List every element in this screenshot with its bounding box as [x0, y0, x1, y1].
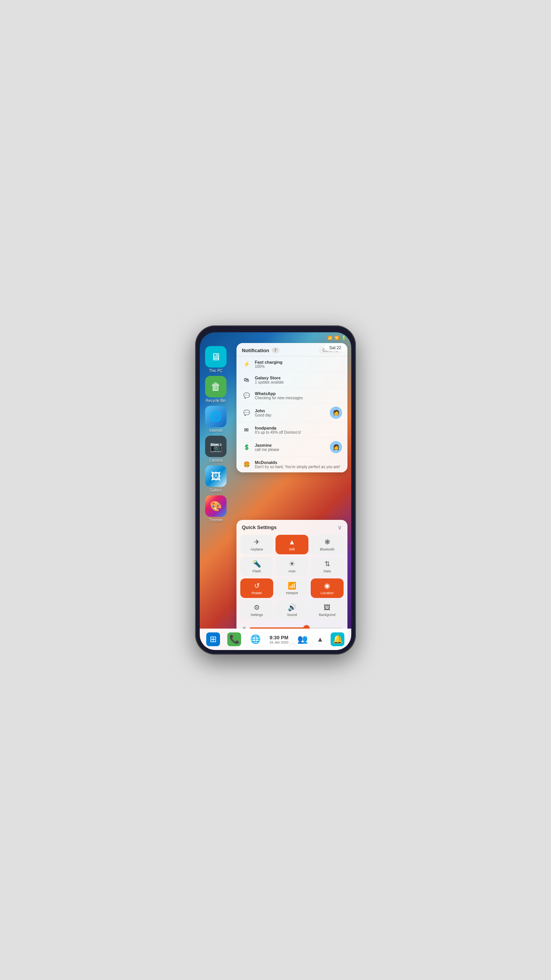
qs-icon-data: ⇅	[324, 560, 330, 568]
notif-message-3: Good day	[255, 413, 326, 417]
notif-content-3: John Good day	[255, 408, 326, 417]
quick-settings-title: Quick Settings	[242, 524, 277, 530]
qs-label-flash: Flash	[253, 569, 261, 573]
qs-label-settings: Settings	[251, 613, 263, 617]
windows-button[interactable]: ⊞	[206, 632, 220, 646]
taskbar: ⊞📞🌐 9:30 PM 15 Jan 2020 👥▲🔔	[200, 629, 351, 650]
quick-settings-grid: ✈ Airplane ▲ Wifi ❋ Bluetooth 🔦 Flash ☀ …	[240, 535, 344, 620]
qs-btn-airplane[interactable]: ✈ Airplane	[240, 535, 273, 554]
notif-app-name-0: Fast charging	[255, 360, 342, 364]
notification-item-1[interactable]: 🛍 Galaxy Store 1 update availale	[236, 372, 347, 388]
taskbar-items: ⊞📞🌐 9:30 PM 15 Jan 2020 👥▲🔔	[203, 632, 348, 646]
signal-icon: 📶	[328, 336, 332, 340]
up-arrow-button[interactable]: ▲	[317, 635, 324, 644]
notif-content-5: Jasmine call me please	[255, 443, 326, 452]
notif-message-6: Don't try so hard, You're simply perfect…	[255, 465, 342, 469]
notification-title: Notification	[242, 348, 269, 353]
bell-button[interactable]: 🔔	[331, 632, 344, 646]
qs-icon-location: ◉	[324, 581, 330, 590]
notification-item-5[interactable]: 💲 Jasmine call me please 👩	[236, 438, 347, 457]
qs-label-bluetooth: Bluetooth	[320, 547, 334, 551]
notification-panel: Notification 7 Clear All ⚡ Fast charging…	[236, 343, 347, 472]
notification-count: 7	[272, 348, 279, 353]
app-icon-img-camera: 📷	[205, 436, 227, 457]
qs-icon-wifi: ▲	[289, 538, 295, 546]
app-icon-gallery[interactable]: 🖼 Gallery	[205, 466, 227, 492]
notif-app-name-1: Galaxy Store	[255, 376, 342, 380]
phone-button[interactable]: 📞	[227, 632, 241, 646]
taskbar-date: 15 Jan 2020	[269, 640, 289, 644]
qs-btn-location[interactable]: ◉ Location	[311, 578, 344, 598]
qs-btn-hotspot[interactable]: 📶 Hotspot	[276, 578, 308, 598]
qs-label-wifi: Wifi	[289, 547, 295, 551]
app-icon-label-gallery: Gallery	[210, 488, 222, 492]
avatar-3: 🧑	[330, 407, 342, 419]
notif-content-4: foodpanda It's up to 49% off Domino's!	[255, 426, 342, 434]
qs-icon-bluetooth: ❋	[324, 538, 330, 546]
app-icon-img-recycle-bin: 🗑	[205, 376, 227, 397]
notif-content-2: WhatsApp Checking for new messages	[255, 391, 342, 400]
qs-btn-sound[interactable]: 🔊 Sound	[276, 600, 308, 620]
app-icon-internet[interactable]: 🌐 Internet	[205, 406, 227, 433]
qs-btn-bluetooth[interactable]: ❋ Bluetooth	[311, 535, 344, 554]
qs-icon-hotspot: 📶	[288, 581, 296, 590]
qs-label-auto: Auto	[289, 569, 296, 573]
qs-btn-flash[interactable]: 🔦 Flash	[240, 557, 273, 576]
app-icon-img-thic-pc: 🖥	[205, 346, 227, 368]
phone-screen: 📶 🛜 🔋 Sat 22 🖥 Thic PC 🗑 Recycle Bin 🌐 I…	[200, 332, 351, 650]
notification-item-6[interactable]: 🍔 McDonalds Don't try so hard, You're si…	[236, 457, 347, 472]
app-icon-label-internet: Internet	[209, 428, 222, 433]
qs-label-rotate: Rotate	[252, 591, 262, 595]
battery-icon: 🔋	[341, 336, 346, 340]
notif-message-4: It's up to 49% off Domino's!	[255, 430, 342, 434]
quick-settings-collapse-icon[interactable]: ∨	[337, 524, 342, 531]
notif-icon-4: ✉	[242, 425, 251, 434]
desktop-icons: 🖥 Thic PC 🗑 Recycle Bin 🌐 Internet 📷 Cam…	[205, 346, 227, 522]
app-icon-img-internet: 🌐	[205, 406, 227, 427]
notif-icon-1: 🛍	[242, 375, 251, 384]
taskbar-clock[interactable]: 9:30 PM 15 Jan 2020	[269, 635, 289, 644]
notification-item-3[interactable]: 💬 John Good day 🧑	[236, 403, 347, 422]
app-icon-thic-pc[interactable]: 🖥 Thic PC	[205, 346, 227, 373]
people-button[interactable]: 👥	[296, 632, 310, 646]
qs-btn-wifi[interactable]: ▲ Wifi	[276, 535, 308, 554]
notif-message-5: call me please	[255, 448, 326, 452]
qs-btn-data[interactable]: ⇅ Data	[311, 557, 344, 576]
qs-icon-rotate: ↺	[254, 581, 260, 590]
qs-label-location: Location	[321, 591, 334, 595]
qs-label-hotspot: Hotspot	[286, 591, 298, 595]
notif-message-0: 100%	[255, 364, 342, 369]
notif-icon-6: 🍔	[242, 460, 251, 469]
qs-btn-background[interactable]: 🖼 Backgrond	[311, 600, 344, 620]
notif-icon-5: 💲	[242, 443, 251, 452]
app-icon-label-camera: Camera	[209, 458, 223, 462]
notif-message-2: Checking for new messages	[255, 396, 342, 400]
qs-btn-rotate[interactable]: ↺ Rotate	[240, 578, 273, 598]
qs-btn-settings[interactable]: ⚙ Settings	[240, 600, 273, 620]
notif-message-1: 1 update availale	[255, 380, 342, 384]
quick-settings-header: Quick Settings ∨	[240, 524, 344, 531]
qs-icon-background: 🖼	[324, 604, 331, 612]
qs-label-background: Backgrond	[319, 613, 335, 617]
notification-item-0[interactable]: ⚡ Fast charging 100%	[236, 356, 347, 372]
qs-icon-sound: 🔊	[288, 603, 296, 612]
notif-content-0: Fast charging 100%	[255, 360, 342, 369]
qs-icon-flash: 🔦	[253, 560, 261, 568]
status-bar: 📶 🛜 🔋	[200, 332, 351, 343]
qs-icon-airplane: ✈	[254, 538, 260, 546]
app-icon-themee[interactable]: 🎨 Themee	[205, 495, 227, 522]
status-bar-right: 📶 🛜 🔋	[328, 336, 346, 340]
notif-app-name-6: McDonalds	[255, 460, 342, 465]
notification-item-4[interactable]: ✉ foodpanda It's up to 49% off Domino's!	[236, 422, 347, 438]
wifi-icon: 🛜	[334, 336, 339, 340]
qs-btn-auto[interactable]: ☀ Auto	[276, 557, 308, 576]
notif-icon-2: 💬	[242, 391, 251, 400]
app-icon-camera[interactable]: 📷 Camera	[205, 436, 227, 462]
app-icon-recycle-bin[interactable]: 🗑 Recycle Bin	[205, 376, 227, 403]
notification-item-2[interactable]: 💬 WhatsApp Checking for new messages	[236, 388, 347, 403]
app-icon-label-themee: Themee	[209, 518, 223, 522]
notif-content-1: Galaxy Store 1 update availale	[255, 376, 342, 384]
qs-label-data: Data	[323, 569, 331, 573]
notif-app-name-5: Jasmine	[255, 443, 326, 448]
edge-button[interactable]: 🌐	[248, 632, 262, 646]
